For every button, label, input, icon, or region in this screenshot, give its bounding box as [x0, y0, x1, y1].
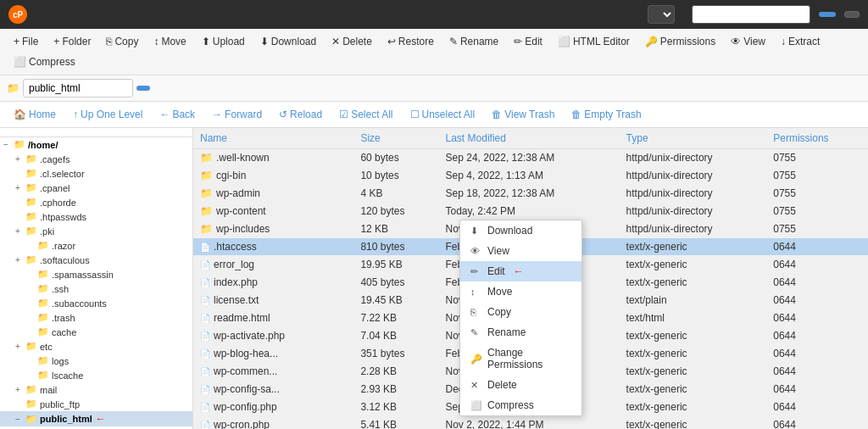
file-perms-cell: 0755 — [766, 185, 868, 203]
view-trash-button[interactable]: 🗑 View Trash — [485, 106, 561, 123]
sidebar-item--cpanel[interactable]: +📁.cpanel — [0, 181, 192, 195]
collapse-all-button[interactable] — [0, 128, 192, 137]
file-size-cell: 810 bytes — [353, 238, 438, 256]
col-perms[interactable]: Permissions — [766, 128, 868, 149]
sidebar-item--cagefs[interactable]: +📁.cagefs — [0, 152, 192, 166]
search-scope-select[interactable] — [648, 5, 675, 24]
sidebar-item-public-html[interactable]: −📁public_html← — [0, 411, 192, 426]
file-perms-cell: 0755 — [766, 220, 868, 238]
table-row[interactable]: 📁wp-content120 bytesToday, 2:42 PMhttpd/… — [193, 203, 868, 220]
file-type-cell: text/x-generic — [620, 256, 767, 274]
sidebar-item--htpasswds[interactable]: 📁.htpasswds — [0, 209, 192, 224]
ctx-move-label: Move — [487, 286, 512, 298]
unselect-all-button[interactable]: ☐ Unselect All — [403, 106, 482, 123]
col-name[interactable]: Name — [193, 128, 353, 149]
reload-button[interactable]: ↺ Reload — [272, 106, 329, 123]
ctx-view[interactable]: 👁View — [460, 241, 581, 261]
file-name-cell: 📄error_log — [193, 256, 353, 274]
select-all-button[interactable]: ☑ Select All — [332, 106, 399, 123]
sidebar-item--home-[interactable]: −📁/home/ — [0, 137, 192, 152]
col-type[interactable]: Type — [620, 128, 767, 149]
sidebar-item-public-ftp[interactable]: 📁public_ftp — [0, 397, 192, 411]
ctx-delete[interactable]: ✕Delete — [460, 375, 581, 395]
back-icon: ← — [159, 109, 170, 120]
address-go-button[interactable] — [136, 86, 150, 91]
file-perms-cell: 0644 — [766, 309, 868, 327]
settings-button[interactable] — [844, 11, 860, 18]
search-input[interactable] — [692, 5, 810, 24]
search-go-button[interactable] — [819, 12, 836, 17]
file-name-cell: 📁cgi-bin — [193, 167, 353, 185]
ctx-download[interactable]: ⬇Download — [460, 220, 581, 241]
expand-icon: + — [15, 154, 24, 164]
table-row[interactable]: 📁cgi-bin10 bytesSep 4, 2022, 1:13 AMhttp… — [193, 167, 868, 185]
sidebar-item-lscache[interactable]: 📁lscache — [0, 368, 192, 382]
upload-button[interactable]: ⬆ Upload — [195, 32, 252, 51]
sidebar-item-cache[interactable]: 📁cache — [0, 325, 192, 339]
address-input[interactable] — [23, 79, 133, 98]
html-editor-button[interactable]: ⬜ HTML Editor — [551, 32, 637, 51]
empty-trash-button[interactable]: 🗑 Empty Trash — [565, 106, 648, 123]
sidebar-item-mail[interactable]: +📁mail — [0, 382, 192, 397]
sidebar-item-label: public_html — [40, 414, 92, 424]
new-folder-button[interactable]: + Folder — [47, 32, 97, 51]
back-button[interactable]: ← Back — [153, 106, 202, 123]
sidebar-item--cl-selector[interactable]: 📁.cl.selector — [0, 166, 192, 181]
forward-button[interactable]: → Forward — [205, 106, 269, 123]
col-size[interactable]: Size — [353, 128, 438, 149]
file-perms-cell: 0644 — [766, 327, 868, 345]
ctx-move[interactable]: ↕Move — [460, 281, 581, 302]
move-button[interactable]: ↕ Move — [147, 32, 192, 51]
folder-icon: 📁 — [37, 298, 49, 309]
new-file-button[interactable]: + File — [7, 32, 45, 51]
table-row[interactable]: 📁.well-known60 bytesSep 24, 2022, 12:38 … — [193, 149, 868, 167]
ctx-rename[interactable]: ✎Rename — [460, 322, 581, 343]
sidebar-item--ssh[interactable]: 📁.ssh — [0, 281, 192, 296]
file-icon: 📄 — [200, 296, 210, 305]
file-size-cell: 2.93 KB — [353, 381, 438, 398]
col-modified[interactable]: Last Modified — [439, 128, 620, 149]
ctx-rename-label: Rename — [487, 326, 526, 338]
file-type-cell: text/x-generic — [620, 416, 767, 430]
ctx-compress[interactable]: ⬜Compress — [460, 395, 581, 415]
file-icon: 📄 — [200, 403, 210, 412]
sidebar-item-label: .cphorde — [40, 198, 76, 208]
file-icon: 📄 — [200, 260, 210, 270]
restore-button[interactable]: ↩ Restore — [381, 32, 441, 51]
sidebar-item--cphorde[interactable]: 📁.cphorde — [0, 195, 192, 209]
edit-button[interactable]: ✏ Edit — [507, 32, 549, 51]
permissions-button[interactable]: 🔑 Permissions — [638, 32, 722, 51]
sidebar-item--subaccounts[interactable]: 📁.subaccounts — [0, 296, 192, 310]
sidebar-item--softaculous[interactable]: +📁.softaculous — [0, 253, 192, 267]
delete-button[interactable]: ✕ Delete — [325, 32, 379, 51]
ctx-permissions[interactable]: 🔑Change Permissions — [460, 343, 581, 375]
ctx-edit[interactable]: ✏Edit← — [460, 261, 581, 281]
empty-trash-icon: 🗑 — [571, 109, 581, 120]
file-type-cell: text/x-generic — [620, 363, 767, 381]
file-icon: 📄 — [200, 385, 210, 394]
extract-button[interactable]: ↓ Extract — [774, 32, 826, 51]
ctx-rename-icon: ✎ — [470, 327, 482, 338]
file-icon: 📄 — [200, 242, 210, 252]
sidebar-item--razor[interactable]: 📁.razor — [0, 238, 192, 253]
copy-button[interactable]: ⎘ Copy — [99, 32, 145, 51]
file-name-cell: 📄license.txt — [193, 292, 353, 309]
compress-button[interactable]: ⬜ Compress — [7, 53, 82, 71]
sidebar-item--spamassassin[interactable]: 📁.spamassassin — [0, 267, 192, 281]
rename-button[interactable]: ✎ Rename — [442, 32, 505, 51]
sidebar-item--trash[interactable]: 📁.trash — [0, 310, 192, 325]
file-perms-cell: 0644 — [766, 274, 868, 292]
sidebar-item-etc[interactable]: +📁etc — [0, 339, 192, 354]
file-size-cell: 2.28 KB — [353, 363, 438, 381]
download-button[interactable]: ⬇ Download — [253, 32, 323, 51]
sidebar-item-logs[interactable]: 📁logs — [0, 354, 192, 368]
sidebar-item-label: lscache — [52, 370, 83, 381]
table-row[interactable]: 📁wp-admin4 KBSep 18, 2022, 12:38 AMhttpd… — [193, 185, 868, 203]
app-logo: cP — [8, 5, 32, 24]
ctx-copy[interactable]: ⎘Copy — [460, 302, 581, 322]
sidebar-item--pki[interactable]: +📁.pki — [0, 224, 192, 238]
up-one-level-button[interactable]: ↑ Up One Level — [66, 106, 149, 123]
home-button[interactable]: 🏠 Home — [7, 106, 63, 123]
table-row[interactable]: 📄wp-cron.php5.41 KBNov 2, 2022, 1:44 PMt… — [193, 416, 868, 430]
view-button[interactable]: 👁 View — [724, 32, 772, 51]
